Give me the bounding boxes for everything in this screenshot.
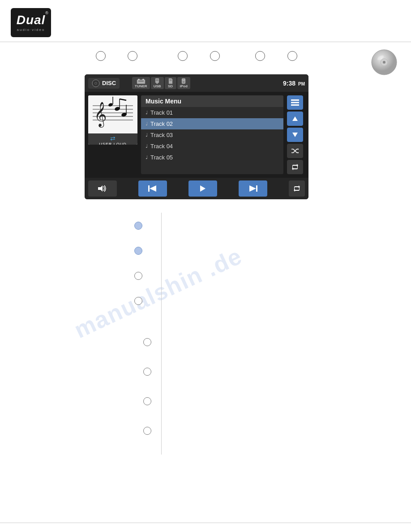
sd-tab-label: SD xyxy=(168,84,173,88)
ipod-tab-label: iPod xyxy=(180,84,188,88)
svg-marker-39 xyxy=(298,152,299,154)
svg-marker-40 xyxy=(98,185,103,192)
track-label-3: Track 03 xyxy=(150,132,173,138)
tuner-tab[interactable]: TUNER xyxy=(132,77,150,89)
svg-rect-34 xyxy=(291,102,299,103)
play-icon xyxy=(199,185,206,192)
track-label-5: Track 05 xyxy=(150,154,173,161)
svg-rect-7 xyxy=(137,80,145,84)
svg-point-18 xyxy=(183,81,184,83)
repeat-button[interactable] xyxy=(287,160,303,174)
track-item-2[interactable]: ♩ Track 02 xyxy=(141,118,283,129)
source-tabs: TUNER USB xyxy=(132,77,190,89)
shuffle-button[interactable] xyxy=(287,144,303,158)
user-loud-label: USER LOUD xyxy=(99,142,127,145)
callout-circle-5 xyxy=(255,51,265,61)
ipod-tab[interactable]: iPod xyxy=(177,77,190,89)
right-callout-dots xyxy=(143,338,151,435)
brand-name: Dual xyxy=(17,14,46,26)
callout-dot-2 xyxy=(134,247,142,255)
album-art-controls: ⇄ USER LOUD xyxy=(88,133,137,145)
track-item-3[interactable]: ♩ Track 03 xyxy=(141,129,283,141)
svg-line-30 xyxy=(120,99,126,100)
time-value: 9:38 xyxy=(283,80,295,87)
svg-marker-36 xyxy=(292,116,298,121)
sd-icon xyxy=(167,78,174,84)
shuffle-icon xyxy=(291,148,299,154)
track-item-4[interactable]: ♩ Track 04 xyxy=(141,141,283,152)
svg-rect-8 xyxy=(138,79,140,80)
svg-rect-41 xyxy=(148,185,150,192)
registered-mark: ® xyxy=(45,11,48,15)
scroll-up-button[interactable] xyxy=(287,112,303,126)
callout-circles-row xyxy=(85,51,308,61)
svg-rect-9 xyxy=(142,79,144,80)
svg-rect-13 xyxy=(156,79,158,80)
play-button[interactable] xyxy=(188,180,217,197)
svg-rect-44 xyxy=(256,185,257,192)
note-icon-2: ♩ xyxy=(146,121,148,127)
player-unit: DISC TUNER xyxy=(85,74,308,199)
svg-rect-10 xyxy=(138,81,144,82)
svg-marker-45 xyxy=(249,185,256,192)
track-item-5[interactable]: ♩ Track 05 xyxy=(141,152,283,163)
down-arrow-icon xyxy=(292,132,298,137)
track-item-1[interactable]: ♩ Track 01 xyxy=(141,107,283,118)
header: ® Dual audio·video xyxy=(0,0,411,42)
callout-dot-6 xyxy=(143,368,151,376)
volume-button[interactable] xyxy=(88,180,117,197)
svg-rect-35 xyxy=(291,104,299,106)
svg-rect-33 xyxy=(291,99,299,101)
brand-subtitle: audio·video xyxy=(17,28,45,32)
list-view-icon xyxy=(291,99,299,106)
svg-marker-38 xyxy=(298,149,299,150)
music-staff-svg: 𝄞 xyxy=(90,97,135,133)
cd-disc-icon xyxy=(371,49,398,76)
callout-circle-2 xyxy=(128,51,137,61)
prev-track-button[interactable] xyxy=(138,180,167,197)
scroll-down-button[interactable] xyxy=(287,128,303,142)
svg-marker-43 xyxy=(200,185,206,192)
sd-tab[interactable]: SD xyxy=(165,77,176,89)
player-top-bar: DISC TUNER xyxy=(85,74,308,92)
track-list: ♩ Track 01 ♩ Track 02 ♩ Track 03 ♩ Track… xyxy=(141,107,283,163)
callout-dot-8 xyxy=(143,427,151,435)
prev-track-icon xyxy=(148,185,157,192)
next-track-icon xyxy=(248,185,257,192)
disc-mini-icon xyxy=(92,79,100,87)
callout-dot-5 xyxy=(143,338,151,346)
next-track-button[interactable] xyxy=(239,180,267,197)
svg-rect-15 xyxy=(170,79,171,81)
vertical-divider xyxy=(161,213,162,455)
svg-point-6 xyxy=(95,82,96,83)
svg-point-2 xyxy=(383,61,385,64)
player-content: 𝄞 ⇄ USER LOUD xyxy=(85,92,308,178)
svg-rect-12 xyxy=(156,83,158,84)
left-callout-dots xyxy=(134,222,142,305)
track-label-4: Track 04 xyxy=(150,143,173,150)
note-icon-4: ♩ xyxy=(146,143,148,149)
usb-tab[interactable]: USB xyxy=(151,77,164,89)
note-icon-1: ♩ xyxy=(146,110,148,116)
main-content: DISC TUNER xyxy=(0,42,411,463)
note-icon-5: ♩ xyxy=(146,154,148,160)
time-period: PM xyxy=(298,82,305,86)
usb-icon xyxy=(154,78,160,84)
callout-dot-1 xyxy=(134,222,142,230)
callout-dot-4 xyxy=(134,297,142,305)
repeat-transport-button[interactable] xyxy=(289,180,305,197)
footer-line xyxy=(0,523,411,523)
track-label-1: Track 01 xyxy=(150,109,173,116)
up-arrow-icon xyxy=(292,116,298,121)
time-display: 9:38 PM xyxy=(283,80,305,87)
tuner-tab-label: TUNER xyxy=(135,84,147,88)
note-icon-3: ♩ xyxy=(146,132,148,138)
music-menu-header: Music Menu xyxy=(141,95,283,107)
repeat-transport-icon xyxy=(293,185,301,192)
svg-marker-37 xyxy=(292,133,298,137)
lower-section xyxy=(13,213,398,455)
disc-source-button[interactable]: DISC xyxy=(88,78,120,89)
list-view-button[interactable] xyxy=(287,95,303,110)
repeat-icon xyxy=(291,164,299,170)
callout-circle-6 xyxy=(287,51,297,61)
